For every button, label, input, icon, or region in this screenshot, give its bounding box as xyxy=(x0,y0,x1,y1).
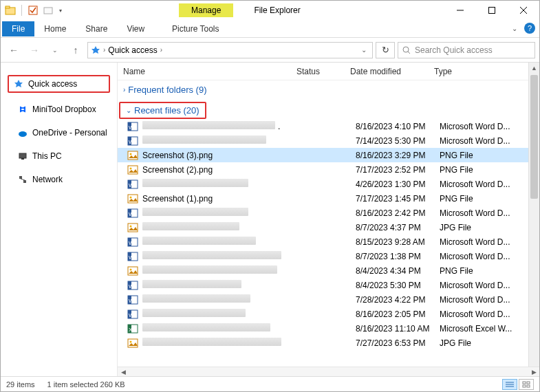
group-frequent-folders[interactable]: › Frequent folders (9) xyxy=(118,80,528,99)
file-row[interactable]: Screenshot (2).png7/17/2023 2:52 PMPNG F… xyxy=(118,162,528,177)
back-button[interactable]: ← xyxy=(5,41,23,59)
search-placeholder: Search Quick access xyxy=(415,45,493,55)
scroll-right-arrow-icon[interactable]: ▶ xyxy=(528,369,539,375)
svg-rect-14 xyxy=(19,176,22,179)
file-row[interactable]: Screenshot (3).png8/16/2023 3:29 PMPNG F… xyxy=(118,148,528,162)
svg-point-24 xyxy=(130,153,132,155)
file-row[interactable]: W8/16/2023 2:42 PMMicrosoft Word D... xyxy=(118,206,528,220)
svg-text:W: W xyxy=(129,254,134,261)
group-label: Recent files (20) xyxy=(134,105,199,116)
maximize-button[interactable] xyxy=(476,1,508,20)
svg-text:W: W xyxy=(129,298,134,304)
svg-marker-7 xyxy=(91,46,100,54)
file-row[interactable]: W8/4/2023 5:30 PMMicrosoft Word D... xyxy=(118,278,528,292)
breadcrumb-quick-access[interactable]: Quick access xyxy=(108,45,157,55)
close-button[interactable] xyxy=(508,1,539,20)
file-row[interactable]: W7/28/2023 4:22 PMMicrosoft Word D... xyxy=(118,292,528,307)
file-date: 8/16/2023 4:10 PM xyxy=(356,122,440,131)
tab-share[interactable]: Share xyxy=(76,21,117,36)
contextual-tab-manage[interactable]: Manage xyxy=(179,3,233,17)
svg-line-9 xyxy=(408,52,410,54)
up-button[interactable]: ↑ xyxy=(67,41,85,59)
file-type-icon: X xyxy=(127,323,138,334)
column-header-name[interactable]: Name xyxy=(118,67,296,76)
column-header-status[interactable]: Status xyxy=(296,67,350,76)
file-type-icon: W xyxy=(127,280,138,291)
file-row[interactable]: W.8/16/2023 4:10 PMMicrosoft Word D... xyxy=(118,119,528,133)
sidebar-item-quick-access[interactable]: Quick access xyxy=(8,75,110,93)
file-type-icon: W xyxy=(127,179,138,190)
svg-text:X: X xyxy=(129,327,133,333)
sidebar-label: OneDrive - Personal xyxy=(32,128,107,138)
scroll-up-arrow-icon[interactable]: ▲ xyxy=(529,63,539,74)
svg-rect-62 xyxy=(523,382,526,384)
file-row[interactable]: W8/16/2023 2:05 PMMicrosoft Word D... xyxy=(118,307,528,321)
search-box[interactable]: Search Quick access xyxy=(398,42,535,58)
svg-line-16 xyxy=(21,179,25,180)
qat-customize-dropdown[interactable]: ▾ xyxy=(59,8,62,14)
file-type-icon xyxy=(127,265,138,276)
file-row[interactable]: W7/14/2023 5:30 PMMicrosoft Word D... xyxy=(118,133,528,148)
view-large-icons-button[interactable] xyxy=(519,379,534,390)
file-type-icon: W xyxy=(127,251,138,262)
file-row[interactable]: 8/4/2023 4:34 PMPNG File xyxy=(118,263,528,278)
file-row[interactable]: W8/15/2023 9:28 AMMicrosoft Word D... xyxy=(118,235,528,249)
file-row[interactable]: W4/26/2023 1:30 PMMicrosoft Word D... xyxy=(118,177,528,191)
file-row[interactable]: 8/7/2023 4:37 PMJPG File xyxy=(118,220,528,235)
ribbon-collapse-icon[interactable]: ⌄ xyxy=(512,25,517,32)
minimize-button[interactable] xyxy=(444,1,476,20)
sidebar-item-this-pc[interactable]: This PC xyxy=(1,148,117,164)
qat-newfolder-icon[interactable] xyxy=(43,5,54,16)
svg-rect-15 xyxy=(23,180,26,183)
file-row[interactable]: W8/7/2023 1:38 PMMicrosoft Word D... xyxy=(118,249,528,263)
svg-rect-25 xyxy=(128,166,138,174)
sidebar-label: MiniTool Dropbox xyxy=(32,105,96,114)
view-details-button[interactable] xyxy=(502,379,517,390)
qat-properties-icon[interactable] xyxy=(28,5,39,16)
file-row[interactable]: Screenshot (1).png7/17/2023 1:45 PMPNG F… xyxy=(118,191,528,206)
vertical-scrollbar[interactable]: ▲ ▼ xyxy=(528,63,539,376)
sidebar-item-network[interactable]: Network xyxy=(1,171,117,188)
file-type-icon: W xyxy=(127,309,138,320)
file-type: Microsoft Word D... xyxy=(440,136,510,146)
column-header-type[interactable]: Type xyxy=(434,67,539,76)
file-row[interactable]: X8/16/2023 11:10 AMMicrosoft Excel W... xyxy=(118,321,528,336)
file-type: PNG File xyxy=(440,194,473,204)
breadcrumb-separator-icon[interactable]: › xyxy=(103,46,105,54)
file-type-icon xyxy=(127,338,138,349)
tab-view[interactable]: View xyxy=(117,21,154,36)
file-type: JPG File xyxy=(440,338,471,348)
file-type: Microsoft Word D... xyxy=(440,208,510,218)
column-header-date[interactable]: Date modified xyxy=(350,67,434,76)
svg-point-58 xyxy=(130,340,132,342)
breadcrumb-separator-icon[interactable]: › xyxy=(160,46,162,54)
tab-picture-tools[interactable]: Picture Tools xyxy=(165,21,226,36)
file-type-icon xyxy=(127,222,138,233)
recent-locations-dropdown[interactable]: ⌄ xyxy=(46,41,64,59)
navigation-pane: Quick access MiniTool Dropbox OneDrive -… xyxy=(1,63,118,376)
svg-point-36 xyxy=(130,225,132,227)
file-type: PNG File xyxy=(440,165,473,175)
chevron-down-icon: ⌄ xyxy=(126,107,131,114)
svg-rect-12 xyxy=(19,153,26,158)
star-icon xyxy=(13,78,24,89)
dropbox-icon xyxy=(17,104,28,115)
refresh-button[interactable]: ↻ xyxy=(376,42,395,58)
forward-button[interactable]: → xyxy=(25,41,43,59)
file-type: PNG File xyxy=(440,151,473,160)
address-dropdown-icon[interactable]: ⌄ xyxy=(361,46,367,54)
help-icon[interactable]: ? xyxy=(524,23,535,34)
tab-file[interactable]: File xyxy=(2,21,34,36)
address-bar[interactable]: › Quick access › ⌄ xyxy=(87,42,373,58)
file-type: Microsoft Word D... xyxy=(440,295,510,305)
sidebar-item-onedrive[interactable]: OneDrive - Personal xyxy=(1,124,117,141)
group-recent-files[interactable]: ⌄ Recent files (20) xyxy=(119,102,206,119)
scrollbar-thumb[interactable] xyxy=(530,75,538,199)
scroll-left-arrow-icon[interactable]: ◀ xyxy=(118,369,129,375)
horizontal-scrollbar[interactable]: ◀ ▶ xyxy=(118,367,539,376)
file-row[interactable]: 7/27/2023 6:53 PMJPG File xyxy=(118,336,528,350)
sidebar-item-dropbox[interactable]: MiniTool Dropbox xyxy=(1,101,117,118)
svg-rect-1 xyxy=(6,6,10,8)
title-bar: ▾ Manage File Explorer xyxy=(1,1,539,20)
tab-home[interactable]: Home xyxy=(34,21,76,36)
